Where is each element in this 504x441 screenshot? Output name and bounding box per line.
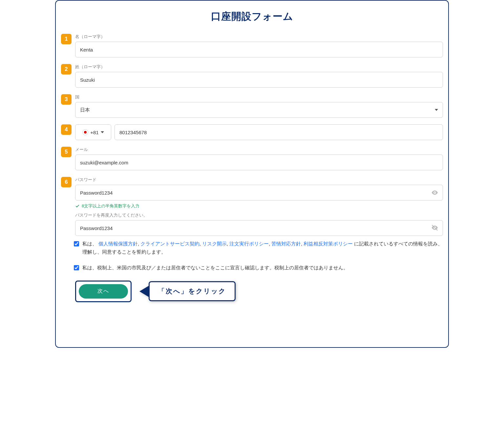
row-email: 5 メール xyxy=(61,147,443,170)
step-badge-6: 6 xyxy=(61,177,72,187)
chevron-down-icon xyxy=(435,109,438,111)
form-container: 口座開設フォーム 1 名（ローマ字） 2 姓（ローマ字） 3 国 日本 4 xyxy=(55,0,449,348)
label-password-repeat: パスワードを再度入力してください。 xyxy=(75,212,443,218)
row-first-name: 1 名（ローマ字） xyxy=(61,34,443,57)
step-badge-4: 4 xyxy=(61,124,72,135)
first-name-input[interactable] xyxy=(75,42,443,57)
row-password: 6 パスワード 8文字以上の半角英数字を入力 パスワードを再度入力してください。… xyxy=(61,177,443,302)
next-button[interactable]: 次へ xyxy=(79,284,128,299)
row-last-name: 2 姓（ローマ字） xyxy=(61,64,443,88)
eye-icon[interactable] xyxy=(431,189,438,196)
step-badge-5: 5 xyxy=(61,147,72,157)
callout-text: 「次へ」をクリック xyxy=(149,281,236,301)
agreement-1-checkbox[interactable] xyxy=(74,241,79,246)
country-code-select[interactable]: +81 xyxy=(75,124,111,140)
country-select[interactable]: 日本 xyxy=(75,102,443,118)
password-hint-ok: 8文字以上の半角英数字を入力 xyxy=(75,203,443,209)
password-input[interactable] xyxy=(75,185,443,200)
phone-input[interactable] xyxy=(115,124,443,140)
callout-arrow-icon xyxy=(139,285,149,297)
next-button-highlight: 次へ xyxy=(75,281,132,302)
label-email: メール xyxy=(75,147,443,153)
agreement-2-checkbox[interactable] xyxy=(74,265,79,270)
agreement-1: 私は、 個人情報保護方針, クライアントサービス契約, リスク開示, 注文実行ポ… xyxy=(74,240,443,256)
label-country: 国 xyxy=(75,94,443,100)
step-badge-3: 3 xyxy=(61,94,72,105)
last-name-input[interactable] xyxy=(75,72,443,88)
link-privacy-policy[interactable]: 個人情報保護方針 xyxy=(98,241,138,246)
label-password: パスワード xyxy=(75,177,443,183)
chevron-down-icon xyxy=(101,131,104,133)
link-client-agreement[interactable]: クライアントサービス契約 xyxy=(140,241,200,246)
row-phone: 4 +81 xyxy=(61,124,443,140)
japan-flag-icon xyxy=(82,129,88,135)
step-badge-1: 1 xyxy=(61,34,72,44)
country-code-value: +81 xyxy=(90,130,98,135)
link-conflicts-policy[interactable]: 利益相反対策ポリシー xyxy=(304,241,353,246)
page-title: 口座開設フォーム xyxy=(61,10,443,23)
link-risk-disclosure[interactable]: リスク開示 xyxy=(202,241,227,246)
link-order-execution[interactable]: 注文実行ポリシー xyxy=(229,241,269,246)
eye-off-icon[interactable] xyxy=(431,224,438,231)
check-icon xyxy=(75,204,80,208)
email-input[interactable] xyxy=(75,155,443,170)
step-badge-2: 2 xyxy=(61,64,72,74)
label-last-name: 姓（ローマ字） xyxy=(75,64,443,70)
row-country: 3 国 日本 xyxy=(61,94,443,118)
country-value: 日本 xyxy=(80,107,90,113)
callout: 「次へ」をクリック xyxy=(139,281,236,301)
label-first-name: 名（ローマ字） xyxy=(75,34,443,40)
agreement-2: 私は、税制上、米国の市民及び／または居住者でないことをここに宣言し確認します。税… xyxy=(74,264,443,272)
password-repeat-input[interactable] xyxy=(75,220,443,236)
link-complaints-policy[interactable]: 苦情対応方針 xyxy=(271,241,301,246)
